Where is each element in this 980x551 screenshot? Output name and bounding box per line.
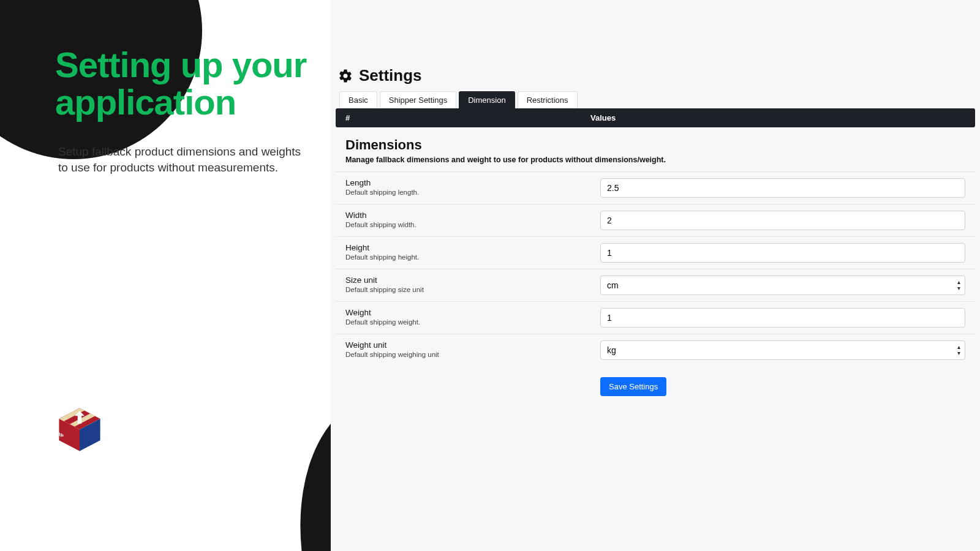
help-weight: Default shipping weight. [345, 318, 590, 326]
row-weight-unit: Weight unit Default shipping weighing un… [336, 334, 975, 366]
label-weight: Weight [345, 308, 590, 317]
row-size-unit: Size unit Default shipping size unit cm … [336, 269, 975, 301]
decorative-blob-bottom [266, 368, 331, 551]
input-height[interactable] [600, 243, 965, 263]
dimensions-form: Length Default shipping length. Width De… [336, 171, 975, 366]
svg-text:VISTA: VISTA [88, 451, 94, 453]
settings-header: Settings [336, 61, 975, 91]
column-header-values: Values [590, 113, 965, 122]
label-height: Height [345, 243, 590, 252]
save-row: Save Settings [336, 366, 975, 407]
section-heading: Dimensions Manage fallback dimensions an… [336, 127, 975, 167]
column-header-hash: # [345, 113, 590, 122]
help-size-unit: Default shipping size unit [345, 286, 590, 293]
section-description: Manage fallback dimensions and weight to… [345, 156, 965, 164]
label-size-unit: Size unit [345, 276, 590, 285]
select-size-unit[interactable]: cm [600, 276, 965, 295]
label-weight-unit: Weight unit [345, 340, 590, 350]
settings-tabs: Basic Shipper Settings Dimension Restric… [336, 91, 975, 108]
shipvista-logo: SHIP VISTA [55, 404, 104, 453]
help-length: Default shipping length. [345, 189, 590, 196]
app-panel: Settings Basic Shipper Settings Dimensio… [331, 0, 980, 551]
hero-title: Setting up your application [55, 47, 331, 121]
tab-dimension[interactable]: Dimension [459, 91, 514, 108]
table-header-row: # Values [336, 108, 975, 127]
tab-shipper-settings[interactable]: Shipper Settings [380, 91, 456, 108]
hero-subtitle: Setup fallback product dimensions and we… [58, 144, 303, 175]
row-width: Width Default shipping width. [336, 204, 975, 236]
select-weight-unit[interactable]: kg [600, 340, 965, 360]
input-width[interactable] [600, 211, 965, 230]
input-weight[interactable] [600, 308, 965, 328]
help-height: Default shipping height. [345, 253, 590, 261]
help-width: Default shipping width. [345, 221, 590, 228]
label-width: Width [345, 211, 590, 220]
row-height: Height Default shipping height. [336, 236, 975, 269]
row-weight: Weight Default shipping weight. [336, 301, 975, 334]
tab-restrictions[interactable]: Restrictions [518, 91, 578, 108]
gear-icon [338, 69, 353, 83]
help-weight-unit: Default shipping weighing unit [345, 351, 590, 358]
input-length[interactable] [600, 178, 965, 198]
save-settings-button[interactable]: Save Settings [600, 377, 666, 396]
label-length: Length [345, 178, 590, 187]
marketing-panel: Setting up your application Setup fallba… [0, 0, 331, 551]
page-title: Settings [359, 66, 422, 85]
tab-basic[interactable]: Basic [339, 91, 377, 108]
row-length: Length Default shipping length. [336, 171, 975, 204]
section-title: Dimensions [345, 137, 965, 153]
